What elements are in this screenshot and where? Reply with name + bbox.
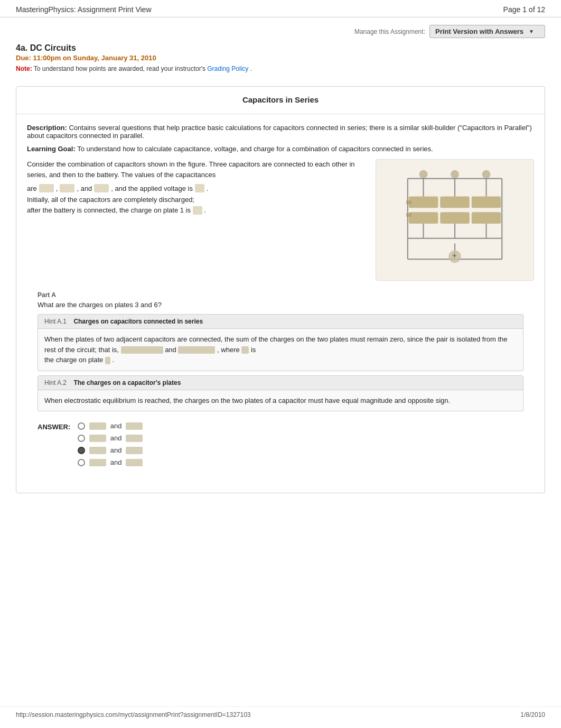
capacitor-svg: + [376, 160, 534, 280]
answer-val-3b [126, 447, 143, 454]
assignment-due: Due: 11:00pm on Sunday, January 31, 2010 [16, 54, 545, 62]
radio-4[interactable] [78, 459, 85, 466]
answer-val-2b [126, 435, 143, 442]
svg-rect-8 [472, 196, 501, 208]
learning-text: To understand how to calculate capacitan… [77, 145, 433, 153]
svg-point-1 [419, 170, 428, 179]
svg-rect-5 [409, 212, 438, 224]
and-text-4: and [110, 458, 122, 466]
hint-a2-body: When electrostatic equilibrium is reache… [38, 390, 523, 411]
page-footer: http://session.masteringphysics.com/myct… [0, 706, 561, 723]
hint-a2-text: When electrostatic equilibrium is reache… [44, 395, 517, 406]
part-a-label: Part A [38, 291, 523, 299]
svg-text:+: + [452, 251, 456, 260]
part-a-section: Part A What are the charges on plates 3 … [27, 286, 534, 411]
hint-a1-body: When the plates of two adjacent capacito… [38, 329, 523, 371]
hint-a2-box: Hint A.2 The charges on a capacitor's pl… [38, 375, 523, 412]
answer-val-4b [126, 459, 143, 466]
answer-row-1: and [78, 422, 143, 430]
assignment-note: Note: To understand how points are award… [16, 65, 545, 72]
manage-dropdown[interactable]: Print Version with Answers [429, 25, 545, 38]
note-label: Note: [16, 65, 32, 72]
svg-rect-24 [406, 200, 412, 204]
answer-label: ANSWER: [38, 422, 70, 431]
hint-a2-title: The charges on a capacitor's plates [73, 379, 181, 386]
and-text-2: and [110, 434, 122, 442]
voltage-value-blurred [195, 184, 204, 192]
hint-a1-title: Charges on capacitors connected in serie… [73, 318, 203, 325]
problem-initially: Initially, all of the capacitors are com… [27, 195, 367, 215]
part-a-question: What are the charges on plates 3 and 6? [38, 301, 523, 309]
answer-section: ANSWER: and and [27, 416, 534, 477]
answer-val-3a [89, 447, 106, 454]
answer-val-1b [126, 422, 143, 430]
c3-value-blurred [94, 184, 109, 192]
svg-rect-9 [472, 212, 501, 224]
problem-intro: Consider the combination of capacitors s… [27, 159, 367, 180]
hint-a1-num: Hint A.1 [44, 318, 67, 325]
note-end: . [250, 65, 252, 72]
footer-date: 1/8/2010 [520, 711, 545, 718]
answer-row-2: and [78, 434, 143, 442]
assignment-info: 4a. DC Circuits Due: 11:00pm on Sunday, … [0, 43, 561, 78]
c1-value-blurred [39, 184, 54, 192]
answer-val-4a [89, 459, 106, 466]
answer-row-3: and [78, 446, 143, 454]
assignment-title: 4a. DC Circuits [16, 43, 545, 53]
problem-text-left: Consider the combination of capacitors s… [27, 159, 367, 281]
svg-rect-6 [440, 196, 470, 208]
svg-rect-25 [406, 213, 412, 217]
capacitor-values: are , , and , and the applied voltage is… [27, 184, 367, 192]
problem-card: Capacitors in Series Description: Contai… [16, 86, 545, 493]
radio-2[interactable] [78, 435, 85, 442]
and-text-3: and [110, 446, 122, 454]
hint-a1-val2 [178, 346, 215, 354]
radio-3[interactable] [78, 447, 85, 454]
hint-a1-val3 [241, 346, 249, 354]
problem-card-title: Capacitors in Series [16, 87, 545, 109]
svg-point-2 [451, 170, 459, 179]
hint-a1-plate [105, 357, 110, 364]
answer-options: and and and [78, 422, 143, 471]
learning-block: Learning Goal: To understand how to calc… [27, 145, 534, 153]
svg-rect-7 [440, 212, 470, 224]
c2-value-blurred [60, 184, 74, 192]
page-number: Page 1 of 12 [503, 5, 545, 14]
hint-a1-header: Hint A.1 Charges on capacitors connected… [38, 315, 523, 329]
problem-card-body: Description: Contains several questions … [16, 118, 545, 482]
page-title: MasteringPhysics: Assignment Print View [16, 5, 152, 14]
description-text: Contains several questions that help pra… [27, 124, 532, 140]
description-label: Description: [27, 124, 67, 132]
note-text: To understand how points are awarded, re… [34, 65, 207, 72]
grading-policy-link[interactable]: Grading Policy [207, 65, 248, 72]
charge-value-blurred [193, 206, 202, 215]
manage-label: Manage this Assignment: [354, 28, 425, 35]
page-header: MasteringPhysics: Assignment Print View … [0, 0, 561, 17]
svg-rect-4 [409, 196, 438, 208]
hint-a1-charge-text: the charge on plate . [44, 355, 517, 365]
hint-a1-val1 [121, 346, 163, 354]
hint-a2-num: Hint A.2 [44, 379, 67, 386]
svg-point-3 [482, 170, 491, 179]
answer-row-4: and [78, 458, 143, 466]
hint-a1-text: When the plates of two adjacent capacito… [44, 334, 517, 355]
answer-val-1a [89, 422, 106, 430]
hint-a2-header: Hint A.2 The charges on a capacitor's pl… [38, 376, 523, 390]
hint-a1-box: Hint A.1 Charges on capacitors connected… [38, 314, 523, 371]
radio-1[interactable] [78, 422, 85, 430]
footer-url: http://session.masteringphysics.com/myct… [16, 711, 251, 718]
description-block: Description: Contains several questions … [27, 124, 534, 140]
and-text-1: and [110, 422, 122, 430]
manage-bar: Manage this Assignment: Print Version wi… [0, 17, 561, 43]
learning-label: Learning Goal: [27, 145, 76, 153]
problem-text-area: Consider the combination of capacitors s… [27, 159, 534, 281]
answer-val-2a [89, 435, 106, 442]
capacitor-diagram: + [376, 159, 534, 281]
card-divider [16, 114, 545, 114]
